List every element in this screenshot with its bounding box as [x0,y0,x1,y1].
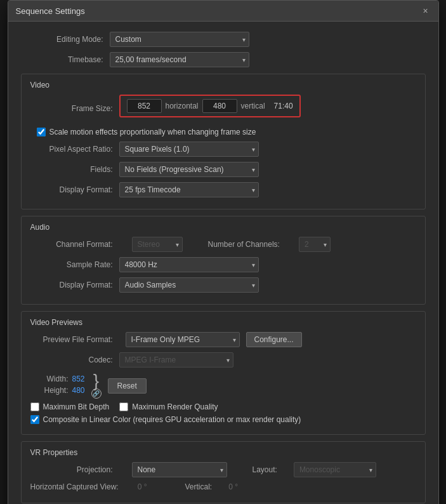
scale-motion-label[interactable]: Scale motion effects proportionally when… [37,128,256,136]
preview-dimensions-group: Width: 852 Height: 480 } 🔗 Reset [30,373,416,399]
max-render-quality-checkbox[interactable] [119,402,128,411]
vr-section-title: VR Properties [30,448,416,457]
preview-height-label: Height: [30,386,69,395]
max-bit-depth-label[interactable]: Maximum Bit Depth [30,402,110,411]
sequence-settings-dialog: Sequence Settings × Editing Mode: Custom… [8,0,439,504]
preview-file-format-select[interactable]: I-Frame Only MPEG [126,332,240,347]
num-channels-label: Number of Channels: [208,240,280,249]
configure-button[interactable]: Configure... [246,332,302,347]
codec-label: Codec: [30,355,113,364]
vr-layout-label: Layout: [253,465,277,474]
video-section-title: Video [30,81,416,90]
audio-section: Audio Channel Format: Stereo Number of C… [21,216,426,305]
channel-format-row: Channel Format: Stereo Number of Channel… [30,237,416,252]
video-display-format-label: Display Format: [30,185,113,194]
sample-rate-label: Sample Rate: [30,260,113,269]
vr-layout-select-wrapper: Monoscopic [294,462,376,477]
max-render-quality-label[interactable]: Maximum Render Quality [119,402,218,411]
pixel-aspect-row: Pixel Aspect Ratio: Square Pixels (1.0) [30,142,416,157]
top-form-section: Editing Mode: Custom Timebase: 25,00 fra… [21,32,426,67]
editing-mode-label: Editing Mode: [21,35,103,44]
reset-button[interactable]: Reset [108,378,147,394]
sample-rate-row: Sample Rate: 48000 Hz [30,257,416,272]
preview-file-format-row: Preview File Format: I-Frame Only MPEG C… [30,332,416,347]
link-bracket-icon: } [93,373,99,388]
channel-format-label: Channel Format: [30,240,113,249]
pixel-aspect-select[interactable]: Square Pixels (1.0) [119,142,259,157]
horizontal-label: horizontal [166,102,199,110]
link-chain-icon: 🔗 [91,388,102,399]
video-display-format-select[interactable]: 25 fps Timecode [119,182,259,197]
dialog-title: Sequence Settings [16,6,85,16]
bit-depth-row: Maximum Bit Depth Maximum Render Quality [30,402,416,411]
frame-size-label: Frame Size: [30,104,113,113]
link-icon: } 🔗 [91,373,102,399]
max-bit-depth-checkbox[interactable] [30,402,39,411]
video-display-format-wrapper[interactable]: 25 fps Timecode [119,182,259,197]
frame-size-row: Frame Size: horizontal vertical 71:40 [30,95,416,123]
preview-width-row: Width: 852 [30,375,85,383]
codec-row: Codec: MPEG I-Frame [30,352,416,368]
vr-vertical-label: Vertical: [185,482,213,491]
timebase-select-wrapper[interactable]: 25,00 frames/second [110,52,249,67]
editing-mode-select-wrapper[interactable]: Custom [110,32,249,47]
preview-width-value: 852 [72,375,85,383]
composite-row: Composite in Linear Color (requires GPU … [30,415,416,424]
num-channels-select: 2 [299,237,331,252]
audio-section-title: Audio [30,223,416,232]
frame-height-input[interactable] [202,99,237,113]
preview-wh-values: Width: 852 Height: 480 [30,375,85,397]
vr-projection-select[interactable]: None [132,462,227,477]
channel-format-select-wrapper: Stereo [132,237,183,252]
codec-select: MPEG I-Frame [119,352,233,368]
composite-linear-label[interactable]: Composite in Linear Color (requires GPU … [30,415,301,424]
vr-projection-row: Projection: None Layout: Monoscopic [30,462,416,477]
video-display-format-row: Display Format: 25 fps Timecode [30,182,416,197]
close-button[interactable]: × [421,6,431,16]
timebase-row: Timebase: 25,00 frames/second [21,52,426,67]
vertical-label: vertical [241,102,265,110]
sample-rate-select-wrapper[interactable]: 48000 Hz [119,257,259,272]
vr-horizontal-label: Horizontal Captured View: [30,482,119,491]
vr-projection-select-wrapper[interactable]: None [132,462,227,477]
fields-row: Fields: No Fields (Progressive Scan) [30,162,416,177]
pixel-aspect-select-wrapper[interactable]: Square Pixels (1.0) [119,142,259,157]
num-channels-select-wrapper: 2 [299,237,331,252]
scale-motion-checkbox[interactable] [37,128,46,136]
vr-projection-label: Projection: [30,465,113,474]
composite-linear-checkbox[interactable] [30,415,39,424]
scale-motion-row: Scale motion effects proportionally when… [30,128,416,136]
vr-layout-select: Monoscopic [294,462,376,477]
fields-label: Fields: [30,165,113,174]
title-bar: Sequence Settings × [8,1,438,22]
preview-file-format-wrapper[interactable]: I-Frame Only MPEG [126,332,240,347]
preview-file-format-label: Preview File Format: [30,335,113,344]
pixel-aspect-label: Pixel Aspect Ratio: [30,145,113,154]
editing-mode-select[interactable]: Custom [110,32,249,47]
vr-horizontal-value: 0 ° [138,482,147,491]
audio-display-format-wrapper[interactable]: Audio Samples [119,277,259,293]
preview-height-row: Height: 480 [30,386,85,395]
editing-mode-row: Editing Mode: Custom [21,32,426,47]
preview-height-value: 480 [72,386,85,395]
dialog-content: Editing Mode: Custom Timebase: 25,00 fra… [8,22,438,504]
audio-display-format-row: Display Format: Audio Samples [30,277,416,293]
audio-display-format-select[interactable]: Audio Samples [119,277,259,293]
video-section: Video Frame Size: horizontal vertical 71… [21,74,426,209]
audio-display-format-label: Display Format: [30,281,113,289]
fields-select[interactable]: No Fields (Progressive Scan) [119,162,259,177]
aspect-ratio-text: 71:40 [274,102,293,110]
sample-rate-select[interactable]: 48000 Hz [119,257,259,272]
codec-select-wrapper: MPEG I-Frame [119,352,233,368]
channel-format-select: Stereo [132,237,183,252]
preview-width-label: Width: [30,375,69,383]
vr-properties-section: VR Properties Projection: None Layout: M… [21,441,426,503]
video-previews-title: Video Previews [30,318,416,327]
video-previews-section: Video Previews Preview File Format: I-Fr… [21,311,426,435]
fields-select-wrapper[interactable]: No Fields (Progressive Scan) [119,162,259,177]
timebase-select[interactable]: 25,00 frames/second [110,52,249,67]
vr-captured-view-row: Horizontal Captured View: 0 ° Vertical: … [30,482,416,491]
timebase-label: Timebase: [21,55,103,64]
frame-width-input[interactable] [127,99,162,113]
frame-size-input-group: horizontal vertical 71:40 [119,95,301,117]
